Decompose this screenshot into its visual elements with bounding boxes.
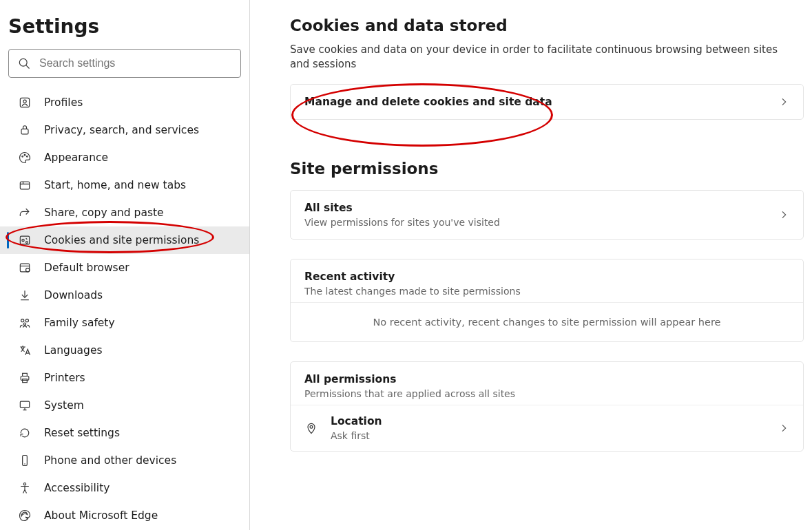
cookies-section-title: Cookies and data stored xyxy=(290,17,804,34)
sidebar-item-label: Accessibility xyxy=(44,482,110,494)
search-wrap xyxy=(0,49,249,89)
sidebar-item-label: Start, home, and new tabs xyxy=(44,179,186,191)
sidebar-item-system[interactable]: System xyxy=(0,392,249,419)
palette-icon xyxy=(18,151,32,165)
sidebar-item-phone[interactable]: Phone and other devices xyxy=(0,447,249,474)
svg-point-22 xyxy=(23,483,25,485)
all-permissions-card: All permissions Permissions that are app… xyxy=(290,361,804,452)
permission-location-sub: Ask first xyxy=(331,430,766,441)
sidebar-item-languages[interactable]: Languages xyxy=(0,337,249,364)
download-icon xyxy=(18,288,32,302)
location-icon xyxy=(304,421,318,435)
recent-activity-card: Recent activity The latest changes made … xyxy=(290,259,804,342)
sidebar-item-label: Cookies and site permissions xyxy=(44,234,199,246)
system-icon xyxy=(18,399,32,412)
sidebar-item-label: Downloads xyxy=(44,289,103,301)
svg-point-13 xyxy=(26,268,30,272)
chevron-right-icon xyxy=(778,96,789,107)
permission-location-row[interactable]: Location Ask first xyxy=(291,405,803,451)
all-sites-sub: View permissions for sites you've visite… xyxy=(304,217,767,228)
svg-rect-4 xyxy=(21,129,28,134)
search-icon xyxy=(17,56,31,70)
sidebar-item-accessibility[interactable]: Accessibility xyxy=(0,474,249,502)
search-container[interactable] xyxy=(8,49,241,78)
settings-main: Cookies and data stored Save cookies and… xyxy=(250,0,812,530)
sidebar-item-appearance[interactable]: Appearance xyxy=(0,144,249,171)
sidebar-item-profiles[interactable]: Profiles xyxy=(0,89,249,116)
sidebar-item-privacy[interactable]: Privacy, search, and services xyxy=(0,116,249,144)
svg-rect-20 xyxy=(20,401,29,407)
all-sites-row[interactable]: All sites View permissions for sites you… xyxy=(291,191,803,239)
manage-cookies-row[interactable]: Manage and delete cookies and site data xyxy=(291,85,803,119)
sidebar-item-label: Share, copy and paste xyxy=(44,206,164,219)
svg-point-23 xyxy=(310,425,313,428)
sidebar-item-share[interactable]: Share, copy and paste xyxy=(0,199,249,226)
sidebar-item-cookies[interactable]: Cookies and site permissions xyxy=(0,226,249,254)
accessibility-icon xyxy=(18,481,32,495)
svg-line-1 xyxy=(26,65,30,69)
sidebar-item-reset[interactable]: Reset settings xyxy=(0,419,249,447)
sidebar-item-label: About Microsoft Edge xyxy=(44,509,158,522)
sidebar-item-about[interactable]: About Microsoft Edge xyxy=(0,502,249,529)
sidebar-item-downloads[interactable]: Downloads xyxy=(0,282,249,309)
printer-icon xyxy=(18,371,32,385)
chevron-right-icon xyxy=(778,209,789,220)
sidebar-item-label: Privacy, search, and services xyxy=(44,124,199,136)
chevron-right-icon xyxy=(778,423,789,434)
all-sites-card: All sites View permissions for sites you… xyxy=(290,190,804,240)
cookies-section-desc: Save cookies and data on your device in … xyxy=(290,43,786,72)
sidebar-item-family[interactable]: Family safety xyxy=(0,309,249,337)
sidebar-item-label: System xyxy=(44,399,84,412)
sidebar-item-label: Family safety xyxy=(44,317,115,329)
svg-point-10 xyxy=(22,239,24,241)
sidebar-item-start[interactable]: Start, home, and new tabs xyxy=(0,171,249,199)
svg-point-15 xyxy=(25,319,28,322)
sidebar-item-label: Phone and other devices xyxy=(44,454,176,467)
sidebar-item-label: Reset settings xyxy=(44,427,120,439)
cookie-icon xyxy=(18,233,32,247)
family-icon xyxy=(18,316,32,330)
settings-title: Settings xyxy=(0,15,249,49)
reset-icon xyxy=(18,426,32,440)
svg-rect-18 xyxy=(23,373,28,376)
recent-activity-header: Recent activity The latest changes made … xyxy=(291,259,803,302)
sidebar-item-default-browser[interactable]: Default browser xyxy=(0,254,249,282)
settings-sidebar: Settings Profiles Privacy, search, and s… xyxy=(0,0,250,530)
tabs-icon xyxy=(18,178,32,192)
recent-activity-sub: The latest changes made to site permissi… xyxy=(304,286,789,297)
browser-icon xyxy=(18,261,32,275)
manage-cookies-card: Manage and delete cookies and site data xyxy=(290,84,804,120)
settings-nav: Profiles Privacy, search, and services A… xyxy=(0,89,249,529)
svg-point-5 xyxy=(22,156,23,158)
search-input[interactable] xyxy=(39,57,232,70)
svg-point-14 xyxy=(21,319,24,322)
sidebar-item-label: Appearance xyxy=(44,151,108,164)
language-icon xyxy=(18,343,32,357)
svg-point-3 xyxy=(23,100,26,103)
share-icon xyxy=(18,206,32,220)
all-permissions-header: All permissions Permissions that are app… xyxy=(291,362,803,405)
all-sites-title: All sites xyxy=(304,202,767,214)
sidebar-item-label: Profiles xyxy=(44,96,83,109)
svg-point-16 xyxy=(23,323,25,325)
svg-rect-19 xyxy=(23,379,28,383)
svg-point-7 xyxy=(27,156,28,158)
svg-point-6 xyxy=(24,154,25,156)
permission-location-title: Location xyxy=(331,415,766,427)
sidebar-item-label: Printers xyxy=(44,372,85,384)
sidebar-item-label: Languages xyxy=(44,344,103,357)
recent-activity-empty: No recent activity, recent changes to si… xyxy=(291,302,803,341)
lock-icon xyxy=(18,123,32,137)
svg-rect-12 xyxy=(20,264,29,272)
sidebar-item-label: Default browser xyxy=(44,262,129,274)
svg-rect-17 xyxy=(21,377,29,381)
all-permissions-sub: Permissions that are applied across all … xyxy=(304,388,789,399)
svg-point-0 xyxy=(19,59,27,66)
siteperms-section-title: Site permissions xyxy=(290,160,804,178)
recent-activity-title: Recent activity xyxy=(304,271,789,283)
manage-cookies-label: Manage and delete cookies and site data xyxy=(304,96,767,108)
sidebar-item-printers[interactable]: Printers xyxy=(0,364,249,392)
svg-rect-8 xyxy=(20,182,29,189)
profile-icon xyxy=(18,96,32,109)
all-permissions-title: All permissions xyxy=(304,373,789,385)
